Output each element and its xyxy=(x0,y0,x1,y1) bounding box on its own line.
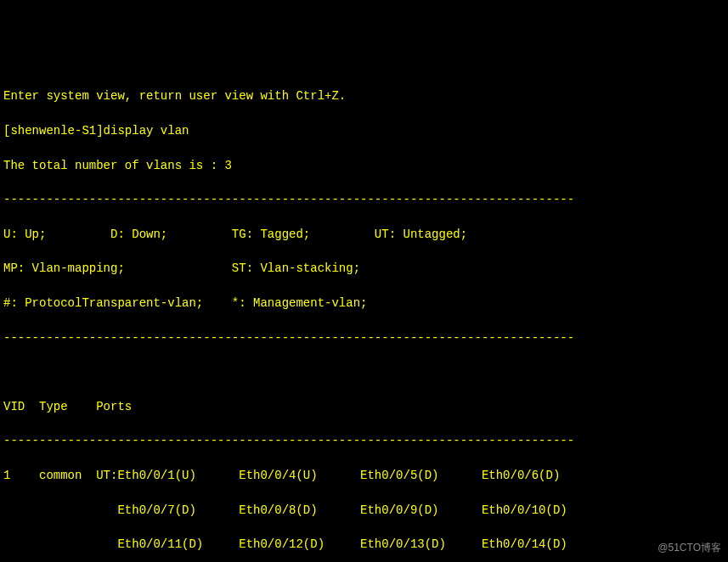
terminal-line: ----------------------------------------… xyxy=(3,432,725,449)
terminal-line: The total number of vlans is : 3 xyxy=(3,157,725,174)
watermark-text: @51CTO博客 xyxy=(657,541,721,555)
terminal-line: MP: Vlan-mapping; ST: Vlan-stacking; xyxy=(3,260,725,277)
terminal-line xyxy=(3,363,725,380)
terminal-line: [shenwenle-S1]display vlan xyxy=(3,122,725,139)
terminal-line: VID Type Ports xyxy=(3,398,725,415)
terminal-line: U: Up; D: Down; TG: Tagged; UT: Untagged… xyxy=(3,226,725,243)
terminal-line: 1 common UT:Eth0/0/1(U) Eth0/0/4(U) Eth0… xyxy=(3,467,725,484)
terminal-line: #: ProtocolTransparent-vlan; *: Manageme… xyxy=(3,295,725,312)
terminal-line: ----------------------------------------… xyxy=(3,329,725,346)
terminal-line: Eth0/0/11(D) Eth0/0/12(D) Eth0/0/13(D) E… xyxy=(3,536,725,553)
terminal-output[interactable]: Enter system view, return user view with… xyxy=(3,70,725,562)
terminal-line: ----------------------------------------… xyxy=(3,191,725,208)
terminal-line: Eth0/0/7(D) Eth0/0/8(D) Eth0/0/9(D) Eth0… xyxy=(3,502,725,519)
terminal-line: Enter system view, return user view with… xyxy=(3,87,725,104)
